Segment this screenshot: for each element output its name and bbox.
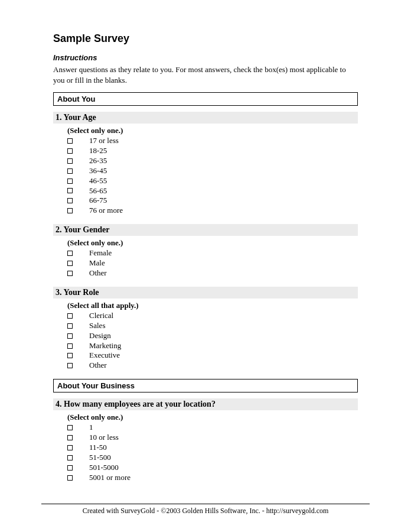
checkbox-icon[interactable] bbox=[67, 208, 73, 213]
option-row: Other bbox=[67, 361, 358, 371]
footer: Created with SurveyGold - ©2003 Golden H… bbox=[0, 504, 411, 515]
option-row: Male bbox=[67, 258, 358, 268]
option-label: 17 or less bbox=[89, 136, 119, 146]
checkbox-icon[interactable] bbox=[67, 179, 73, 184]
option-label: 66-75 bbox=[89, 196, 107, 206]
option-row: 18-25 bbox=[67, 146, 358, 156]
option-row: 5001 or more bbox=[67, 473, 358, 483]
checkbox-icon[interactable] bbox=[67, 188, 73, 193]
question-header: 4. How many employees are at your locati… bbox=[53, 398, 358, 410]
checkbox-icon[interactable] bbox=[67, 333, 73, 339]
option-label: 56-65 bbox=[89, 186, 107, 196]
question-block: 4. How many employees are at your locati… bbox=[53, 398, 358, 482]
option-row: 46-55 bbox=[67, 176, 358, 186]
option-label: Marketing bbox=[89, 341, 121, 351]
option-row: Female bbox=[67, 248, 358, 258]
option-row: 36-45 bbox=[67, 166, 358, 176]
option-label: 11-50 bbox=[89, 443, 107, 453]
checkbox-icon[interactable] bbox=[67, 138, 73, 144]
checkbox-icon[interactable] bbox=[67, 363, 73, 368]
option-label: 46-55 bbox=[89, 176, 107, 186]
checkbox-icon[interactable] bbox=[67, 313, 73, 319]
question-block: 1. Your Age(Select only one.)17 or less1… bbox=[53, 112, 358, 216]
option-row: 11-50 bbox=[67, 443, 358, 453]
footer-divider bbox=[41, 504, 370, 504]
checkbox-icon[interactable] bbox=[67, 323, 73, 329]
option-label: 26-35 bbox=[89, 156, 107, 166]
option-row: Executive bbox=[67, 351, 358, 361]
option-row: 56-65 bbox=[67, 186, 358, 196]
checkbox-icon[interactable] bbox=[67, 445, 73, 450]
option-label: 10 or less bbox=[89, 433, 119, 443]
option-row: Sales bbox=[67, 321, 358, 331]
section-header: About Your Business bbox=[53, 379, 358, 392]
question-block: 2. Your Gender(Select only one.)FemaleMa… bbox=[53, 224, 358, 278]
option-label: Male bbox=[89, 258, 105, 268]
checkbox-icon[interactable] bbox=[67, 353, 73, 358]
option-label: Other bbox=[89, 361, 107, 371]
checkbox-icon[interactable] bbox=[67, 261, 73, 266]
checkbox-icon[interactable] bbox=[67, 475, 73, 481]
checkbox-icon[interactable] bbox=[67, 455, 73, 460]
checkbox-icon[interactable] bbox=[67, 271, 73, 276]
option-row: 501-5000 bbox=[67, 463, 358, 473]
option-label: 76 or more bbox=[89, 206, 123, 216]
option-label: 51-500 bbox=[89, 453, 111, 463]
option-label: Female bbox=[89, 248, 112, 258]
option-label: Other bbox=[89, 268, 107, 278]
checkbox-icon[interactable] bbox=[67, 251, 73, 256]
checkbox-icon[interactable] bbox=[67, 158, 73, 164]
checkbox-icon[interactable] bbox=[67, 148, 73, 154]
checkbox-icon[interactable] bbox=[67, 465, 73, 471]
question-block: 3. Your Role(Select all that apply.)Cler… bbox=[53, 287, 358, 371]
option-row: 26-35 bbox=[67, 156, 358, 166]
option-label: 18-25 bbox=[89, 146, 107, 156]
instructions-text: Answer questions as they relate to you. … bbox=[53, 64, 358, 85]
question-instruction: (Select all that apply.) bbox=[67, 301, 358, 310]
question-instruction: (Select only one.) bbox=[67, 126, 358, 135]
question-instruction: (Select only one.) bbox=[67, 413, 358, 422]
question-instruction: (Select only one.) bbox=[67, 238, 358, 248]
option-label: 36-45 bbox=[89, 166, 107, 176]
option-row: 1 bbox=[67, 423, 358, 433]
option-label: Executive bbox=[89, 351, 120, 361]
option-label: 501-5000 bbox=[89, 463, 119, 473]
option-row: 17 or less bbox=[67, 136, 358, 146]
option-row: Marketing bbox=[67, 341, 358, 351]
option-row: Clerical bbox=[67, 311, 358, 321]
question-header: 2. Your Gender bbox=[53, 224, 358, 236]
option-label: Clerical bbox=[89, 311, 113, 321]
option-label: Design bbox=[89, 331, 111, 341]
section-header: About You bbox=[53, 92, 358, 106]
instructions-heading: Instructions bbox=[53, 53, 358, 62]
checkbox-icon[interactable] bbox=[67, 198, 73, 203]
footer-text: Created with SurveyGold - ©2003 Golden H… bbox=[83, 507, 329, 515]
option-label: 5001 or more bbox=[89, 473, 131, 483]
option-label: 1 bbox=[89, 423, 93, 433]
document-title: Sample Survey bbox=[53, 33, 358, 45]
option-row: Design bbox=[67, 331, 358, 341]
checkbox-icon[interactable] bbox=[67, 343, 73, 349]
checkbox-icon[interactable] bbox=[67, 425, 73, 430]
option-label: Sales bbox=[89, 321, 105, 331]
question-header: 3. Your Role bbox=[53, 287, 358, 299]
option-row: 76 or more bbox=[67, 206, 358, 216]
option-row: 66-75 bbox=[67, 196, 358, 206]
option-row: 51-500 bbox=[67, 453, 358, 463]
option-row: Other bbox=[67, 268, 358, 278]
option-row: 10 or less bbox=[67, 433, 358, 443]
checkbox-icon[interactable] bbox=[67, 435, 73, 440]
question-header: 1. Your Age bbox=[53, 112, 358, 124]
checkbox-icon[interactable] bbox=[67, 168, 73, 174]
